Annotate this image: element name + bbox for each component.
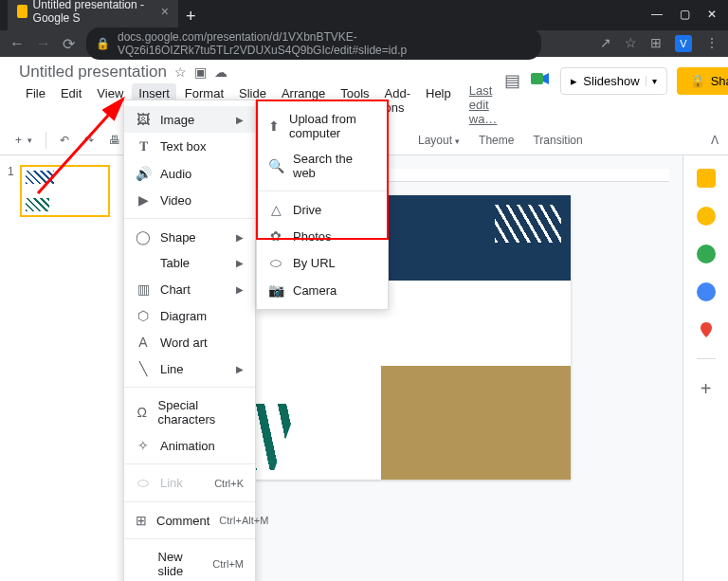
menu-item-icon: △: [268, 202, 283, 217]
theme-button[interactable]: Theme: [471, 130, 521, 151]
close-window-icon[interactable]: ✕: [707, 8, 717, 21]
slide-thumbnail[interactable]: 1: [8, 165, 116, 217]
document-title[interactable]: Untitled presentation: [19, 63, 167, 82]
menu-item-icon: ✿: [268, 228, 283, 244]
comments-icon[interactable]: ▤: [504, 70, 520, 91]
menu-item-icon: 🔊: [136, 166, 151, 181]
side-panel: +: [682, 155, 728, 581]
menu-item-icon: ╲: [136, 361, 151, 376]
browser-tab[interactable]: Untitled presentation - Google S ×: [8, 0, 178, 30]
back-icon[interactable]: ←: [9, 35, 25, 52]
menu-item-label: Text box: [160, 139, 206, 154]
insert-item-diagram[interactable]: ⬡Diagram: [124, 302, 255, 329]
chevron-right-icon: ▶: [236, 115, 244, 125]
slide-number: 1: [8, 165, 14, 217]
redo-button[interactable]: ↷: [79, 130, 100, 151]
slide-filmstrip: 1: [0, 155, 123, 581]
menu-help[interactable]: Help: [419, 83, 458, 126]
menu-item-icon: ⬆: [268, 118, 280, 134]
menu-edit[interactable]: Edit: [54, 83, 88, 126]
slideshow-button[interactable]: ▸ Slideshow ▾: [560, 67, 666, 95]
menu-item-icon: ⬭: [136, 475, 151, 491]
maps-icon[interactable]: [697, 320, 716, 339]
keep-icon[interactable]: [697, 207, 716, 226]
contacts-icon[interactable]: [697, 282, 716, 301]
menu-item-icon: ⬭: [268, 255, 283, 271]
new-tab-button[interactable]: +: [178, 3, 204, 30]
insert-item-shape[interactable]: ◯Shape▶: [124, 224, 255, 250]
image-source-search-the-web[interactable]: 🔍Search the web: [257, 146, 388, 186]
address-bar[interactable]: 🔒 docs.google.com/presentation/d/1VXbnBT…: [86, 27, 541, 60]
insert-item-chart[interactable]: ▥Chart▶: [124, 276, 255, 302]
image-source-photos[interactable]: ✿Photos: [257, 223, 388, 249]
star-icon[interactable]: ☆: [174, 64, 187, 80]
cloud-status-icon[interactable]: ☁: [214, 64, 228, 80]
meet-icon[interactable]: [530, 70, 551, 92]
share-button[interactable]: 🔒 Share: [677, 67, 728, 95]
menu-item-label: Photos: [293, 229, 331, 244]
tasks-icon[interactable]: [697, 245, 716, 263]
image-source-drive[interactable]: △Drive: [257, 196, 388, 223]
undo-button[interactable]: ↶: [54, 130, 75, 151]
menu-shortcut: Ctrl+Alt+M: [219, 515, 268, 526]
menu-item-label: Camera: [293, 283, 337, 298]
new-slide-button[interactable]: +▾: [9, 130, 38, 151]
menu-item-icon: A: [136, 335, 151, 350]
menu-item-label: Audio: [160, 167, 191, 181]
menu-item-label: Link: [160, 476, 183, 490]
close-tab-icon[interactable]: ×: [161, 4, 169, 19]
menu-item-label: Shape: [160, 230, 196, 245]
insert-item-image[interactable]: 🖼Image▶: [124, 106, 255, 133]
menu-item-label: Word art: [160, 336, 208, 350]
menu-item-icon: ⬡: [136, 308, 151, 323]
menu-item-icon: 🖼: [136, 112, 151, 127]
menu-file[interactable]: File: [19, 83, 52, 126]
insert-item-animation[interactable]: ✧Animation: [124, 432, 255, 459]
transition-button[interactable]: Transition: [525, 130, 590, 151]
menu-item-label: By URL: [293, 256, 336, 270]
play-icon: ▸: [571, 74, 577, 88]
bookmark-icon[interactable]: ☆: [625, 35, 637, 52]
browser-profile-avatar[interactable]: V: [675, 35, 692, 52]
insert-dropdown: 🖼Image▶𝐓Text box🔊Audio▶Video◯Shape▶Table…: [123, 100, 256, 581]
insert-item-audio[interactable]: 🔊Audio: [124, 160, 255, 187]
last-edit-link[interactable]: Last edit wa…: [469, 83, 498, 126]
collapse-toolbar-icon[interactable]: ᐱ: [711, 134, 719, 147]
menu-item-label: Line: [160, 362, 184, 376]
insert-item-line[interactable]: ╲Line▶: [124, 355, 255, 382]
menu-item-icon: 📷: [268, 282, 283, 298]
lock-icon: 🔒: [96, 37, 110, 50]
chevron-right-icon: ▶: [236, 284, 244, 295]
insert-item-table[interactable]: Table▶: [124, 250, 255, 276]
insert-item-new-slide[interactable]: New slideCtrl+M: [124, 544, 255, 581]
insert-item-comment[interactable]: ⊞CommentCtrl+Alt+M: [124, 507, 255, 534]
insert-item-video[interactable]: ▶Video: [124, 187, 255, 213]
insert-item-text-box[interactable]: 𝐓Text box: [124, 133, 255, 160]
add-addon-icon[interactable]: +: [701, 378, 712, 400]
menu-item-label: New slide: [158, 550, 204, 578]
reload-icon[interactable]: ⟳: [63, 35, 75, 53]
image-source-camera[interactable]: 📷Camera: [257, 277, 388, 303]
image-submenu: ⬆Upload from computer🔍Search the web△Dri…: [256, 100, 389, 310]
move-icon[interactable]: ▣: [194, 64, 207, 80]
insert-item-word-art[interactable]: AWord art: [124, 329, 255, 355]
chevron-right-icon: ▶: [236, 232, 244, 243]
share-url-icon[interactable]: ↗: [600, 35, 611, 52]
image-source-upload-from-computer[interactable]: ⬆Upload from computer: [257, 106, 388, 146]
menu-item-label: Table: [160, 256, 190, 270]
browser-menu-icon[interactable]: ⋮: [705, 35, 719, 52]
extension-icon[interactable]: ⊞: [650, 35, 662, 52]
forward-icon: →: [36, 35, 51, 52]
layout-dropdown[interactable]: Layout▾: [410, 130, 467, 151]
minimize-icon[interactable]: —: [651, 8, 663, 21]
maximize-icon[interactable]: ▢: [680, 8, 690, 21]
menu-item-icon: ⊞: [136, 513, 147, 528]
slideshow-dropdown-icon[interactable]: ▾: [646, 76, 657, 86]
image-source-by-url[interactable]: ⬭By URL: [257, 249, 388, 277]
menu-item-label: Animation: [160, 439, 215, 453]
insert-item-special-characters[interactable]: ΩSpecial characters: [124, 392, 255, 432]
menu-item-label: Comment: [156, 514, 209, 528]
menu-item-label: Diagram: [160, 309, 207, 323]
calendar-icon[interactable]: [697, 169, 716, 188]
tab-title: Untitled presentation - Google S: [33, 0, 155, 25]
